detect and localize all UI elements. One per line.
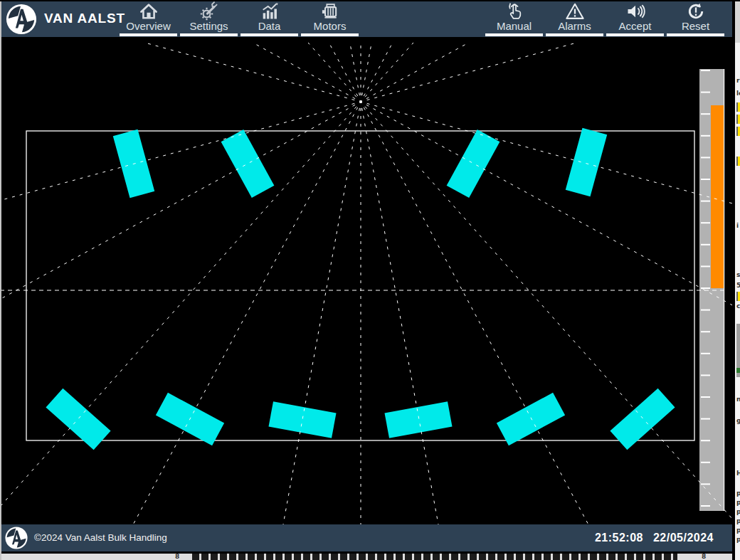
nav-item-label: Manual: [484, 20, 544, 32]
background-window-text-fragment: p: [736, 490, 740, 497]
background-window-highlight-fragment: [736, 102, 740, 112]
level-gauge-tick: [701, 418, 710, 420]
bearing-ray: [0, 0, 740, 560]
level-gauge-tick: [701, 331, 710, 332]
background-window-text-fragment: 5: [736, 282, 740, 289]
footer-bar: ©2024 Van Aalst Bulk Handling 21:52:0822…: [0, 524, 732, 551]
nav-item-label: Reset: [665, 20, 726, 32]
background-window-highlight-fragment: [736, 127, 740, 136]
footer: ©2024 Van Aalst Bulk Handling 21:52:0822…: [0, 524, 740, 560]
bearing-ray: [194, 0, 527, 560]
trimmer-bar-top-2: [221, 130, 275, 198]
background-window-text-fragment: i: [736, 222, 739, 229]
background-window-text-fragment: p: [736, 508, 740, 515]
nav-item-underline: [120, 33, 177, 36]
background-window-text-fragment: lo: [736, 90, 740, 97]
nav-item-underline: [485, 33, 543, 36]
level-gauge-tick: [701, 135, 710, 137]
bearing-ray: [0, 0, 740, 546]
bearing-ray: [0, 0, 740, 346]
date-text: 22/05/2024: [653, 532, 714, 544]
level-gauge-tick: [701, 265, 710, 267]
nav-item-label: Accept: [605, 20, 665, 32]
nav-item-overview[interactable]: Overview: [118, 0, 179, 37]
nav-item-underline: [180, 33, 238, 36]
background-window-text-fragment: p: [736, 499, 740, 506]
background-window-highlight-fragment: [736, 292, 740, 301]
level-gauge-fill: [711, 105, 724, 288]
nav-item-label: Data: [239, 20, 300, 32]
hmi-screen: VAN AALST OverviewSettingsDataMotors Man…: [0, 0, 740, 560]
bearing-ray: [0, 0, 740, 560]
level-gauge-tick: [701, 396, 710, 398]
nav-item-data[interactable]: Data: [239, 0, 300, 37]
nav-item-underline: [667, 33, 724, 36]
level-gauge-tick: [701, 70, 710, 71]
nav-item-manual[interactable]: Manual: [484, 0, 544, 37]
nav-item-label: Overview: [118, 20, 179, 32]
nav-right-group: ManualAlarmsAcceptReset: [484, 0, 726, 37]
level-gauge-tick: [701, 483, 710, 485]
motor-icon: [300, 1, 360, 21]
background-window-text-fragment: gl: [736, 417, 740, 424]
level-gauge-tick: [701, 201, 710, 202]
trimmer-bar-bottom-3: [268, 401, 336, 438]
trimmer-bar-top-4: [566, 128, 607, 196]
level-gauge-tick: [701, 157, 710, 158]
nav-item-underline: [606, 33, 664, 36]
level-gauge-tick: [701, 244, 710, 245]
nav-item-underline: [240, 33, 298, 36]
nav-item-reset[interactable]: Reset: [665, 0, 726, 37]
nav-left-group: OverviewSettingsDataMotors: [118, 0, 360, 37]
trimmer-bar-bottom-4: [384, 401, 452, 438]
strip-glyph-right: 8: [702, 553, 706, 560]
background-window-highlight-fragment: [736, 115, 740, 124]
background-window-text-fragment: H: [736, 470, 740, 477]
level-gauge-border: [724, 69, 724, 511]
level-gauge-tick: [701, 179, 710, 180]
reset-icon: [665, 1, 726, 21]
background-window-text-fragment: cl: [736, 302, 740, 310]
background-window-text-fragment: s: [736, 271, 740, 278]
clock: 21:52:0822/05/2024: [585, 524, 714, 551]
copyright-text: ©2024 Van Aalst Bulk Handling: [34, 524, 167, 551]
data-chart-icon: [239, 1, 300, 21]
background-window-highlight-fragment: [736, 157, 740, 166]
bearing-ray: [0, 0, 740, 560]
nav-item-alarms[interactable]: Alarms: [544, 0, 605, 37]
nav-item-accept[interactable]: Accept: [605, 0, 665, 37]
vanaalst-footer-logo-icon: [4, 526, 28, 550]
nav-item-underline: [301, 33, 359, 36]
background-window-text-fragment: p: [736, 536, 740, 543]
level-gauge-tick: [701, 374, 710, 376]
level-gauge-tick: [701, 287, 710, 289]
bearing-ray: [0, 0, 740, 560]
background-window-green-mark: [736, 368, 740, 373]
background-window-text-fragment: n: [736, 396, 740, 403]
strip-glyph-left: 8: [175, 553, 179, 560]
trimmer-bar-top-3: [447, 130, 500, 198]
background-window-text-fragment: p: [736, 517, 740, 524]
settings-icon: [179, 1, 239, 21]
background-window-text-fragment: ri: [736, 77, 740, 84]
accept-speaker-icon: [605, 1, 665, 21]
level-gauge-tick: [701, 440, 710, 441]
home-icon: [118, 1, 179, 21]
nav-item-settings[interactable]: Settings: [179, 0, 239, 37]
nav-item-label: Settings: [179, 20, 239, 32]
alarm-warning-icon: [544, 1, 605, 21]
nav-item-motors[interactable]: Motors: [300, 0, 360, 37]
window-left-edge: [0, 0, 1, 560]
background-window-top: [735, 0, 740, 43]
level-gauge-tick: [701, 222, 710, 223]
top-nav: VAN AALST OverviewSettingsDataMotors Man…: [0, 0, 740, 43]
level-gauge-tick: [701, 505, 710, 507]
brand-name: VAN AALST: [44, 0, 125, 37]
level-gauge-tick: [701, 92, 710, 93]
level-gauge-tick: [701, 462, 710, 463]
nav-item-label: Alarms: [544, 20, 605, 32]
strip-tick-pattern: [192, 554, 677, 560]
bearing-ray: [0, 0, 740, 346]
trimmer-bar-bottom-5: [497, 393, 565, 445]
level-gauge-tick: [701, 353, 710, 354]
